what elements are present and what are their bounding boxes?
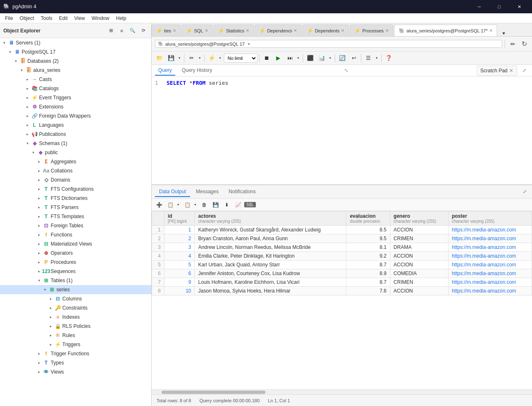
expand-icon-collations[interactable]: ▸ [37, 168, 42, 173]
expand-icon-indexes[interactable]: ▸ [48, 315, 53, 320]
expand-icon-fts_dict[interactable]: ▸ [37, 196, 42, 201]
expand-icon-trig_funcs[interactable]: ▸ [37, 351, 42, 356]
id-value-7[interactable]: 10 [186, 288, 191, 294]
expand-icon-catalogs[interactable]: ▸ [25, 86, 30, 91]
save-dropdown[interactable]: ▾ [177, 53, 182, 63]
code-editor[interactable]: 1 SELECT *FROM series [152, 76, 532, 89]
query-tab[interactable]: Query [155, 66, 175, 76]
tree-item-tables[interactable]: ▾⊞Tables (1) [0, 276, 151, 285]
paste-dropdown[interactable]: ▾ [192, 200, 198, 210]
poster-link-6[interactable]: https://m.media-amazon.com [452, 279, 516, 285]
poster-link-2[interactable]: https://m.media-amazon.com [452, 244, 516, 250]
expand-icon-fts_parse[interactable]: ▸ [37, 205, 42, 210]
tree-item-databases[interactable]: ▾🗄Databases (2) [0, 57, 151, 66]
graph-btn[interactable]: 📈 [233, 200, 243, 209]
maximize-button[interactable]: □ [490, 0, 509, 13]
connection-selector[interactable]: 🐘 alura_series/postgres@PostgreSQL 17 ▾ [155, 40, 502, 48]
tab-close-5[interactable]: ✕ [385, 28, 389, 33]
tab-4[interactable]: ⚡Dependents✕ [302, 25, 349, 36]
messages-tab[interactable]: Messages [192, 187, 223, 197]
tree-item-collations[interactable]: ▸AaCollations [0, 166, 151, 175]
explain-dropdown[interactable]: ▾ [327, 53, 333, 63]
table-row[interactable]: 810Jason Momoa, Sylvia Hoeks, Hera Hilma… [152, 287, 532, 295]
copy-dropdown[interactable]: ▾ [175, 200, 181, 210]
expand-icon-casts[interactable]: ▸ [25, 77, 30, 82]
expand-icon-views[interactable]: ▸ [37, 369, 42, 374]
expand-icon-fts_templ[interactable]: ▸ [37, 214, 42, 219]
tab-3[interactable]: ⚡Dependencies✕ [255, 25, 302, 36]
history-tab[interactable]: Query History [179, 66, 216, 76]
expand-icon-fdw[interactable]: ▸ [25, 113, 30, 118]
macro-dropdown[interactable]: ▾ [374, 53, 380, 63]
tree-item-trig_funcs[interactable]: ▸fTrigger Functions [0, 349, 151, 358]
expand-icon-columns[interactable]: ▸ [48, 296, 53, 301]
expand-results-btn[interactable]: ⤢ [520, 188, 529, 196]
scrollbar-thumb[interactable] [162, 391, 265, 394]
tree-item-fdw[interactable]: ▸🔗Foreign Data Wrappers [0, 111, 151, 121]
table-row[interactable]: 22Bryan Cranston, Aaron Paul, Anna Gunn9… [152, 234, 532, 243]
table-row[interactable]: 66Jennifer Aniston, Courteney Cox, Lisa … [152, 269, 532, 278]
tree-item-sequences[interactable]: ▸123Sequences [0, 267, 151, 276]
expand-icon-triggers[interactable]: ▸ [48, 342, 53, 347]
tree-item-columns[interactable]: ▸⊟Columns [0, 294, 151, 303]
expand-icon-extensions[interactable]: ▸ [25, 104, 30, 109]
tree-item-event_triggers[interactable]: ▸⚡Event Triggers [0, 93, 151, 102]
tree-item-publications[interactable]: ▸📢Publications [0, 130, 151, 139]
save-btn[interactable]: 💾 [166, 53, 177, 63]
tab-close-4[interactable]: ✕ [341, 28, 344, 33]
tree-item-constraints[interactable]: ▸🔑Constraints [0, 303, 151, 312]
conn-edit-btn[interactable]: ✏ [507, 39, 518, 49]
tab-0[interactable]: ⚡ties✕ [152, 25, 181, 36]
add-row-btn[interactable]: ➕ [154, 200, 164, 209]
tree-item-public[interactable]: ▾◆public [0, 148, 151, 157]
open-file-btn[interactable]: 📁 [154, 53, 165, 63]
edit-btn[interactable]: ✏ [186, 53, 197, 63]
expand-icon-databases[interactable]: ▾ [13, 59, 18, 64]
sidebar-icon-grid[interactable]: ⊞ [106, 26, 115, 35]
data-table-container[interactable]: id [PK] bigint actores character varying… [152, 211, 532, 389]
expand-icon-pg17[interactable]: ▾ [7, 49, 12, 54]
id-value-2[interactable]: 3 [189, 244, 191, 250]
delete-row-btn[interactable]: 🗑 [199, 200, 209, 209]
poster-link-5[interactable]: https://m.media-amazon.com [452, 271, 516, 276]
sidebar-icon-list[interactable]: ≡ [117, 26, 126, 35]
expand-icon-rules[interactable]: ▸ [48, 333, 53, 338]
menu-file[interactable]: File [2, 15, 16, 22]
tab-5[interactable]: ⚡Processes✕ [350, 25, 393, 36]
tab-6[interactable]: 🐘alura_series/postgres@PostgreSQL 17*✕ [394, 25, 497, 36]
table-row[interactable]: 79Louis Hofmann, Karoline Eichhorn, Lisa… [152, 278, 532, 287]
id-value-6[interactable]: 9 [189, 279, 191, 285]
help-btn[interactable]: ❓ [383, 53, 394, 63]
run-step-btn[interactable]: ⏭ [284, 53, 295, 63]
code-content[interactable]: SELECT *FROM series [155, 80, 228, 86]
expand-icon-languages[interactable]: ▸ [25, 123, 30, 128]
tree-item-fts_parse[interactable]: ▸TFTS Parsers [0, 203, 151, 212]
tree-item-series[interactable]: ▾⊞series [0, 285, 151, 294]
expand-icon-procedures[interactable]: ▸ [37, 260, 42, 265]
poster-link-7[interactable]: https://m.media-amazon.com [452, 288, 516, 294]
tab-2[interactable]: ⚡Statistics✕ [213, 25, 254, 36]
id-value-3[interactable]: 4 [189, 253, 191, 259]
tree-item-fts_dict[interactable]: ▸TFTS Dictionaries [0, 194, 151, 203]
scratch-pad-close[interactable]: ✕ [509, 68, 513, 74]
notifications-tab[interactable]: Notifications [224, 187, 260, 197]
poster-link-3[interactable]: https://m.media-amazon.com [452, 253, 516, 259]
expand-icon-operators[interactable]: ▸ [37, 251, 42, 256]
close-button[interactable]: ✕ [510, 0, 529, 13]
expand-icon-publications[interactable]: ▸ [25, 132, 30, 137]
expand-icon-mat_views[interactable]: ▸ [37, 241, 42, 246]
paste-btn[interactable]: 📋 [182, 200, 192, 209]
tree-item-extensions[interactable]: ▸⚙Extensions [0, 102, 151, 111]
tree-item-aggregates[interactable]: ▸ΣAggregates [0, 157, 151, 166]
col-header-genero[interactable]: genero character varying (255) [390, 212, 448, 226]
expand-icon-public[interactable]: ▾ [31, 150, 36, 155]
filter-dropdown[interactable]: ▾ [217, 53, 223, 63]
tree-item-pg17[interactable]: ▾🖥PostgreSQL 17 [0, 47, 151, 57]
tree-item-rls[interactable]: ▸🔒RLS Policies [0, 322, 151, 331]
refresh-btn[interactable]: ↻ [520, 40, 529, 48]
expand-icon-series[interactable]: ▾ [42, 287, 47, 292]
poster-link-4[interactable]: https://m.media-amazon.com [452, 262, 516, 268]
stop-btn[interactable]: ⏹ [261, 53, 272, 63]
tab-close-6[interactable]: ✕ [489, 28, 493, 33]
expand-scratch-btn[interactable]: ⤢ [520, 66, 529, 75]
